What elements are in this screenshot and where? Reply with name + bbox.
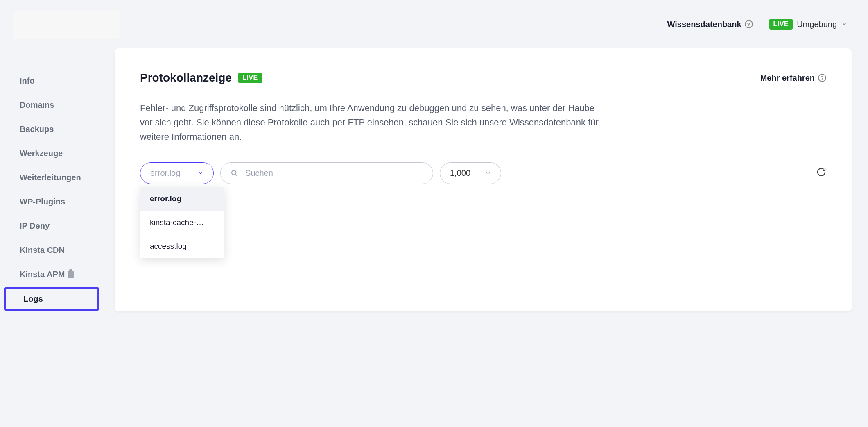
title-live-badge: LIVE	[238, 73, 262, 83]
learn-more-link[interactable]: Mehr erfahren ?	[760, 73, 826, 83]
log-file-select[interactable]: error.log	[140, 162, 214, 184]
learn-more-label: Mehr erfahren	[760, 73, 815, 83]
sidebar: Info Domains Backups Werkzeuge Weiterlei…	[0, 48, 102, 311]
chevron-down-icon	[841, 20, 848, 29]
sidebar-item-ip-deny[interactable]: IP Deny	[0, 214, 102, 238]
help-icon: ?	[745, 20, 753, 28]
sidebar-item-wp-plugins[interactable]: WP-Plugins	[0, 190, 102, 214]
sidebar-item-redirects[interactable]: Weiterleitungen	[0, 166, 102, 190]
chevron-down-icon	[198, 168, 203, 178]
refresh-button[interactable]	[816, 167, 826, 179]
log-file-select-value: error.log	[150, 168, 180, 178]
beta-icon	[68, 271, 74, 278]
dropdown-option-kinsta-cache[interactable]: kinsta-cache-…	[140, 211, 224, 234]
sidebar-item-info[interactable]: Info	[0, 69, 102, 93]
log-file-dropdown: error.log kinsta-cache-… access.log	[140, 187, 224, 258]
dropdown-option-access-log[interactable]: access.log	[140, 234, 224, 258]
sidebar-item-label: IP Deny	[20, 221, 50, 231]
sidebar-item-label: Domains	[20, 100, 54, 110]
sidebar-item-kinsta-apm[interactable]: Kinsta APM	[0, 262, 102, 286]
page-title: Protokollanzeige	[140, 71, 232, 84]
environment-selector[interactable]: LIVE Umgebung	[769, 19, 848, 30]
live-badge: LIVE	[769, 19, 793, 30]
environment-label: Umgebung	[797, 20, 837, 29]
knowledge-base-link[interactable]: Wissensdatenbank ?	[667, 20, 753, 29]
dropdown-option-error-log[interactable]: error.log	[140, 187, 224, 211]
layout: Info Domains Backups Werkzeuge Weiterlei…	[0, 48, 868, 311]
help-icon: ?	[818, 74, 826, 82]
controls-row: error.log 1,000	[140, 162, 826, 184]
knowledge-base-label: Wissensdatenbank	[667, 20, 741, 29]
chevron-down-icon	[485, 168, 491, 178]
sidebar-item-tools[interactable]: Werkzeuge	[0, 141, 102, 166]
main-header: Protokollanzeige LIVE Mehr erfahren ?	[140, 71, 826, 84]
sidebar-item-label: Weiterleitungen	[20, 173, 81, 182]
sidebar-item-logs[interactable]: Logs	[4, 287, 99, 311]
logo-placeholder	[13, 10, 120, 39]
sidebar-item-label: Info	[20, 76, 35, 86]
sidebar-item-kinsta-cdn[interactable]: Kinsta CDN	[0, 238, 102, 262]
line-count-select[interactable]: 1,000	[440, 162, 501, 184]
sidebar-item-domains[interactable]: Domains	[0, 93, 102, 117]
sidebar-item-label: WP-Plugins	[20, 197, 65, 207]
topbar: Wissensdatenbank ? LIVE Umgebung	[0, 0, 868, 48]
sidebar-item-label: Werkzeuge	[20, 149, 63, 158]
sidebar-item-label: Backups	[20, 125, 54, 134]
search-icon	[231, 169, 238, 177]
sidebar-item-label: Logs	[23, 294, 43, 304]
main-title-wrap: Protokollanzeige LIVE	[140, 71, 262, 84]
sidebar-item-backups[interactable]: Backups	[0, 117, 102, 141]
page-description: Fehler- und Zugriffsprotokolle sind nütz…	[140, 101, 599, 144]
topbar-right: Wissensdatenbank ? LIVE Umgebung	[667, 19, 848, 30]
search-box	[220, 162, 433, 184]
main-panel: Protokollanzeige LIVE Mehr erfahren ? Fe…	[115, 48, 852, 311]
svg-point-0	[232, 170, 236, 175]
sidebar-item-label: Kinsta CDN	[20, 245, 65, 255]
sidebar-item-label: Kinsta APM	[20, 270, 65, 279]
line-count-value: 1,000	[450, 168, 470, 178]
svg-line-1	[235, 174, 237, 175]
search-input[interactable]	[245, 168, 423, 178]
